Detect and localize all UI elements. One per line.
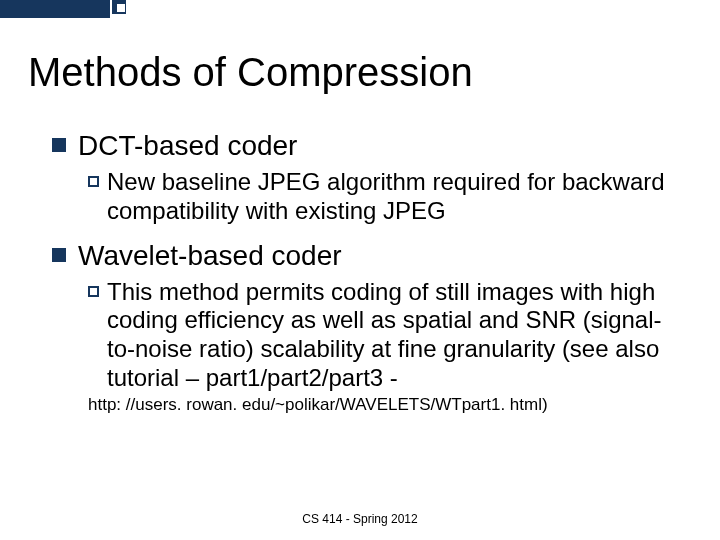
- slide-title: Methods of Compression: [28, 50, 473, 95]
- sub-bullet-text: New baseline JPEG algorithm required for…: [107, 168, 672, 226]
- decorative-top-bar: [0, 0, 720, 18]
- url-text: http: //users. rowan. edu/~polikar/WAVEL…: [88, 395, 672, 415]
- sub-bullet-item: This method permits coding of still imag…: [88, 278, 672, 393]
- filled-square-bullet-icon: [52, 138, 66, 152]
- bullet-heading: Wavelet-based coder: [78, 240, 342, 272]
- bullet-item: Wavelet-based coder: [52, 240, 672, 272]
- decorative-square: [116, 3, 126, 13]
- sub-bullet-item: New baseline JPEG algorithm required for…: [88, 168, 672, 226]
- filled-square-bullet-icon: [52, 248, 66, 262]
- bullet-item: DCT-based coder: [52, 130, 672, 162]
- slide-footer: CS 414 - Spring 2012: [0, 512, 720, 526]
- sub-bullet-text: This method permits coding of still imag…: [107, 278, 672, 393]
- hollow-square-bullet-icon: [88, 176, 99, 187]
- slide-content: DCT-based coder New baseline JPEG algori…: [52, 130, 672, 415]
- bullet-heading: DCT-based coder: [78, 130, 297, 162]
- hollow-square-bullet-icon: [88, 286, 99, 297]
- decorative-bar-segment: [0, 0, 110, 18]
